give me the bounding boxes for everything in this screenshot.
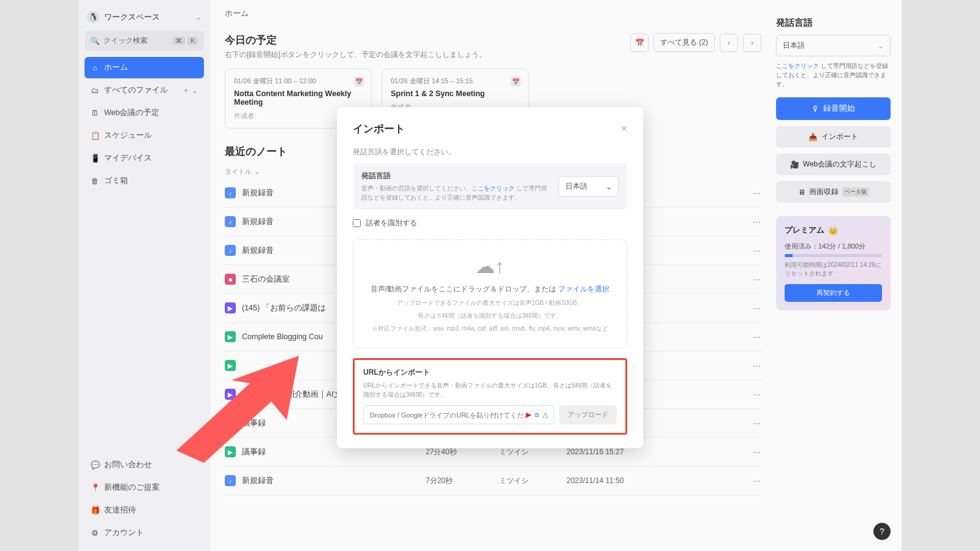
file-select-link[interactable]: ファイルを選択 xyxy=(558,285,609,293)
import-modal: インポート × 発話言語を選択してください。 発話言語 音声・動画の言語を選択し… xyxy=(337,107,643,448)
close-icon[interactable]: × xyxy=(620,122,627,135)
url-input[interactable] xyxy=(370,411,526,419)
url-import-desc: URLからインポートできる音声・動画ファイルの最大サイズは1GB、長さは5時間（… xyxy=(363,381,617,399)
speaker-toggle-row[interactable]: 話者を識別する xyxy=(353,218,627,228)
speaker-checkbox[interactable] xyxy=(353,219,361,227)
dropzone-text: 音声/動画ファイルをここにドラッグ＆ドロップ、または ファイルを選択 xyxy=(364,284,616,294)
modal-lang-link[interactable]: ここをクリック xyxy=(472,185,514,192)
modal-subtitle: 発話言語を選択してください。 xyxy=(353,147,627,157)
file-dropzone[interactable]: ☁︎↑ 音声/動画ファイルをここにドラッグ＆ドロップ、または ファイルを選択 ア… xyxy=(353,239,627,348)
speaker-label: 話者を識別する xyxy=(366,218,417,228)
youtube-icon: ▶ xyxy=(526,411,531,419)
url-import-title: URLからインポート xyxy=(363,367,617,378)
dropzone-hint-3: ※対応ファイル形式：wav, mp3, m4a, caf, aiff, avi,… xyxy=(364,324,616,333)
modal-backdrop: インポート × 発話言語を選択してください。 発話言語 音声・動画の言語を選択し… xyxy=(0,0,980,551)
cloud-upload-icon: ☁︎↑ xyxy=(364,255,616,278)
modal-lang-select[interactable]: 日本語⌄ xyxy=(559,176,619,197)
modal-lang-desc: 音声・動画の言語を選択してください。ここをクリック して専門用語などを登録してお… xyxy=(361,184,550,202)
url-input-wrap: ▶ ⧈ △ xyxy=(363,405,554,424)
dropzone-hint-2: 長さは５時間（話者を識別する場合は3時間）です。 xyxy=(364,311,616,320)
modal-title: インポート xyxy=(353,122,405,136)
dropzone-hint-1: アップロードできるファイルの最大サイズは音声1GB / 動画10GB、 xyxy=(364,298,616,307)
modal-lang-box: 発話言語 音声・動画の言語を選択してください。ここをクリック して専門用語などを… xyxy=(353,163,627,209)
upload-button[interactable]: アップロード xyxy=(559,405,617,424)
google-drive-icon: △ xyxy=(543,411,548,419)
dropbox-icon: ⧈ xyxy=(535,411,539,419)
url-import-box: URLからインポート URLからインポートできる音声・動画ファイルの最大サイズは… xyxy=(353,358,627,435)
help-fab[interactable]: ? xyxy=(873,523,891,540)
chevron-down-icon: ⌄ xyxy=(606,182,612,191)
modal-lang-title: 発話言語 xyxy=(361,171,550,181)
